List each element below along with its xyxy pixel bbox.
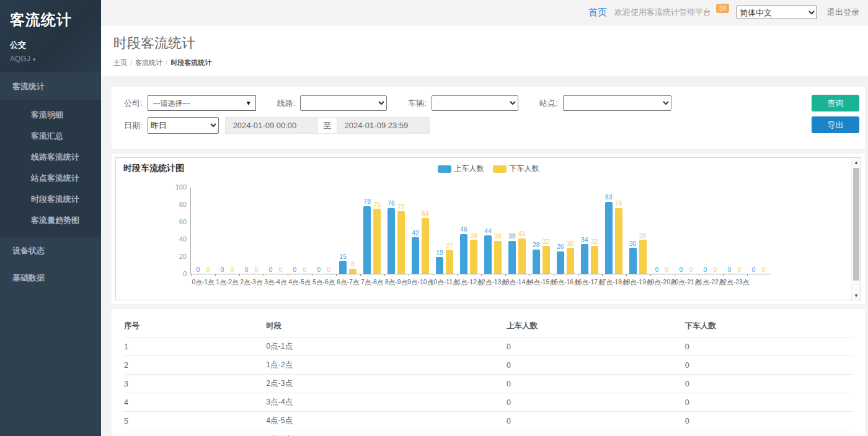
topbar: 首页 欢迎使用客流统计管理平台 34 简体中文 退出登录 xyxy=(101,0,868,25)
bar-下车人数 xyxy=(494,241,502,274)
date-to-input[interactable] xyxy=(337,117,430,134)
breadcrumb-item[interactable]: 客流统计 xyxy=(135,59,162,66)
bar-column: 34 xyxy=(580,187,588,274)
table-cell: 2 xyxy=(124,356,266,375)
bar-value-label: 34 xyxy=(581,237,588,243)
bar-column: 41 xyxy=(518,187,526,274)
bar-column: 0 xyxy=(711,187,719,274)
x-axis-label: 7点-8点 xyxy=(361,278,383,287)
sidebar-item-基础数据[interactable]: 基础数据 xyxy=(0,264,101,292)
bar-group-6点-7点: 1566点-7点 xyxy=(336,188,360,274)
filter-row-1: 公司: ---请选择--- ▼ 线路: 车辆: 站点: xyxy=(124,95,805,111)
table-cell: 0 xyxy=(507,338,685,356)
sidebar-item-时段客流统计[interactable]: 时段客流统计 xyxy=(0,189,101,210)
bar-group-11点-12点: 463911点-12点 xyxy=(456,188,480,274)
bar-column: 0 xyxy=(687,187,695,274)
sidebar-nav: 客流统计客流明细客流汇总线路客流统计站点客流统计时段客流统计客流量趋势图设备状态… xyxy=(0,73,101,292)
logout-link[interactable]: 退出登录 xyxy=(827,7,859,18)
scrollbar-thumb[interactable] xyxy=(853,168,859,281)
bar-group-2点-3点: 002点-3点 xyxy=(239,188,264,274)
bar-value-label: 41 xyxy=(518,230,526,237)
bar-value-label: 0 xyxy=(317,266,321,273)
stats-table: 序号时段上车人数下车人数 10点-1点0021点-2点0032点-3点0043点… xyxy=(124,315,852,436)
sidebar-submenu: 客流明细客流汇总线路客流统计站点客流统计时段客流统计客流量趋势图 xyxy=(0,101,101,237)
bar-group-9点-10点: 42649点-10点 xyxy=(409,188,433,274)
table-cell: 0 xyxy=(685,430,852,436)
bar-column: 27 xyxy=(446,187,454,274)
x-axis-label: 6点-7点 xyxy=(337,278,359,287)
bar-column: 38 xyxy=(508,187,516,274)
sidebar-item-客流量趋势图[interactable]: 客流量趋势图 xyxy=(0,210,101,231)
user-dropdown[interactable]: AQGJ▾ xyxy=(10,54,91,63)
scroll-up-icon[interactable]: ▲ xyxy=(852,158,861,167)
bar-上车人数 xyxy=(508,241,516,274)
bar-value-label: 0 xyxy=(231,266,234,273)
sidebar-item-客流明细[interactable]: 客流明细 xyxy=(0,105,101,126)
page-title: 时段客流统计 xyxy=(113,34,856,53)
breadcrumb: 主页/客流统计/时段客流统计 xyxy=(113,58,856,68)
station-select[interactable] xyxy=(563,95,671,111)
table-row: 10点-1点00 xyxy=(124,338,852,356)
export-button[interactable]: 导出 xyxy=(812,116,859,133)
bar-group-20点-21点: 0020点-21点 xyxy=(674,188,698,274)
line-select[interactable] xyxy=(300,95,387,111)
chart-legend: 上车人数下车人数 xyxy=(438,164,539,174)
date-preset-select[interactable]: 昨日 xyxy=(148,117,219,134)
home-link[interactable]: 首页 xyxy=(588,7,607,19)
bar-column: 32 xyxy=(590,187,598,274)
bar-value-label: 0 xyxy=(714,266,717,273)
sidebar-item-站点客流统计[interactable]: 站点客流统计 xyxy=(0,168,101,189)
table-row: 54点-5点00 xyxy=(124,412,852,430)
bar-value-label: 0 xyxy=(327,266,330,273)
sidebar-item-线路客流统计[interactable]: 线路客流统计 xyxy=(0,147,101,168)
bar-下车人数 xyxy=(518,238,526,274)
bar-value-label: 0 xyxy=(254,266,258,273)
sidebar-section: 设备状态 xyxy=(0,237,101,264)
bar-value-label: 38 xyxy=(494,233,502,240)
bar-value-label: 38 xyxy=(508,233,516,240)
scroll-down-icon[interactable]: ▼ xyxy=(852,291,861,300)
sidebar-item-客流统计[interactable]: 客流统计 xyxy=(0,73,101,101)
bar-column: 44 xyxy=(484,187,492,274)
sidebar: 客流统计 公交 AQGJ▾ 客流统计客流明细客流汇总线路客流统计站点客流统计时段… xyxy=(0,0,101,436)
bar-group-12点-13点: 443812点-13点 xyxy=(480,188,505,274)
bar-column: 0 xyxy=(218,187,226,274)
chevron-down-icon: ▾ xyxy=(33,56,36,63)
bar-group-7点-8点: 78757点-8点 xyxy=(360,188,384,274)
chart-panel: 时段车流统计图 上车人数下车人数 020406080100000点-1点001点… xyxy=(112,154,865,304)
legend-item-下车人数[interactable]: 下车人数 xyxy=(493,164,539,174)
company-select[interactable]: ---请选择--- xyxy=(148,95,256,111)
table-cell: 5 xyxy=(124,412,266,430)
bar-column: 0 xyxy=(252,187,260,274)
x-axis-label: 1点-2点 xyxy=(216,278,238,287)
bar-column: 19 xyxy=(436,187,444,274)
bar-value-label: 30 xyxy=(567,240,574,247)
legend-item-上车人数[interactable]: 上车人数 xyxy=(438,164,484,174)
vehicle-select[interactable] xyxy=(432,95,518,111)
query-button[interactable]: 查询 xyxy=(812,95,859,111)
language-select[interactable]: 简体中文 xyxy=(737,6,817,19)
bar-value-label: 0 xyxy=(206,266,210,273)
user-name: AQGJ xyxy=(10,54,30,63)
bar-column: 15 xyxy=(339,187,347,274)
table-cell: 0 xyxy=(507,375,685,393)
bar-value-label: 0 xyxy=(728,266,732,273)
bar-value-label: 0 xyxy=(704,266,707,273)
bar-column: 0 xyxy=(325,187,333,274)
bar-column: 0 xyxy=(760,187,768,274)
x-axis-ticks xyxy=(191,274,771,276)
bar-group-3点-4点: 003点-4点 xyxy=(264,188,288,274)
bar-column: 0 xyxy=(277,187,285,274)
breadcrumb-item[interactable]: 主页 xyxy=(113,59,127,66)
bar-column: 78 xyxy=(363,187,371,274)
sidebar-item-设备状态[interactable]: 设备状态 xyxy=(0,237,101,264)
date-from-input[interactable] xyxy=(225,117,318,134)
bar-上车人数 xyxy=(533,250,540,274)
x-axis-label: 5点-6点 xyxy=(312,278,335,287)
bar-value-label: 28 xyxy=(533,242,540,248)
bar-value-label: 72 xyxy=(397,204,405,211)
filters-panel: 公司: ---请选择--- ▼ 线路: 车辆: 站点: 日期: 昨日 至 xyxy=(112,87,865,149)
bar-group-19点-20点: 0019点-20点 xyxy=(650,188,674,274)
sidebar-item-客流汇总[interactable]: 客流汇总 xyxy=(0,126,101,147)
chart-vertical-scrollbar[interactable]: ▲ ▼ xyxy=(851,158,861,300)
